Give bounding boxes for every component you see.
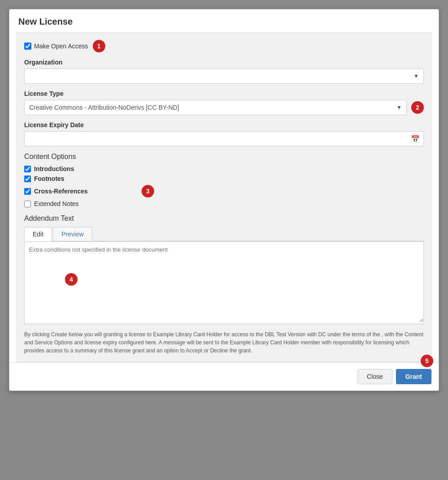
dialog-footer: 5 Close Grant: [9, 362, 439, 390]
introductions-row: Introductions: [24, 165, 424, 172]
license-type-select[interactable]: Creative Commons - Attribution-NoDerivs …: [25, 100, 406, 115]
footnotes-row: Footnotes: [24, 175, 424, 182]
license-type-row: Creative Commons - Attribution-NoDerivs …: [24, 100, 424, 115]
extended-notes-label: Extended Notes: [34, 200, 79, 207]
organization-select[interactable]: [25, 69, 423, 83]
addendum-title: Addendum Text: [24, 214, 424, 223]
open-access-row: Make Open Access 1: [24, 40, 424, 52]
dialog-title: New License: [9, 9, 439, 32]
footnotes-checkbox[interactable]: [24, 176, 31, 182]
badge-2: 2: [411, 101, 424, 114]
info-text: By clicking Create below you will granti…: [24, 330, 424, 355]
tabs-row: Edit Preview: [24, 227, 424, 241]
cross-references-checkbox[interactable]: [24, 188, 31, 195]
dialog-body: Make Open Access 1 Organization ▼ Licens…: [17, 32, 431, 362]
extended-notes-checkbox[interactable]: [24, 201, 31, 207]
license-type-label: License Type: [24, 90, 424, 97]
open-access-label: Make Open Access: [34, 43, 88, 50]
expiry-date-input[interactable]: [25, 132, 423, 146]
badge-4: 4: [65, 273, 78, 286]
cross-references-row: Cross-References 3: [24, 185, 424, 197]
badge-5: 5: [421, 355, 433, 367]
footnotes-label: Footnotes: [34, 175, 65, 182]
organization-label: Organization: [24, 59, 424, 66]
badge-1: 1: [93, 40, 105, 52]
content-options-section: Content Options Introductions Footnotes …: [24, 153, 424, 207]
new-license-dialog: New License Make Open Access 1 Organizat…: [9, 9, 439, 391]
tab-preview[interactable]: Preview: [53, 227, 92, 241]
tab-edit[interactable]: Edit: [24, 227, 52, 241]
license-type-group: License Type Creative Commons - Attribut…: [24, 90, 424, 115]
extended-notes-row: Extended Notes: [24, 200, 424, 207]
close-button[interactable]: Close: [358, 369, 392, 384]
open-access-checkbox[interactable]: [24, 43, 31, 50]
expiry-date-wrapper: 📅: [24, 131, 424, 146]
introductions-label: Introductions: [34, 165, 74, 172]
introductions-checkbox[interactable]: [24, 166, 31, 172]
grant-button[interactable]: Grant: [396, 369, 431, 384]
content-options-title: Content Options: [24, 153, 424, 161]
badge-3: 3: [142, 185, 154, 197]
addendum-textarea[interactable]: [25, 242, 423, 322]
organization-select-wrapper: ▼: [24, 69, 424, 84]
cross-references-label: Cross-References: [34, 188, 88, 195]
license-type-select-wrapper: Creative Commons - Attribution-NoDerivs …: [24, 100, 407, 115]
expiry-date-label: License Expiry Date: [24, 121, 424, 129]
addendum-group: Addendum Text Edit Preview 4: [24, 214, 424, 324]
addendum-textarea-wrapper: 4: [24, 241, 424, 324]
expiry-date-group: License Expiry Date 📅: [24, 121, 424, 146]
organization-group: Organization ▼: [24, 59, 424, 84]
